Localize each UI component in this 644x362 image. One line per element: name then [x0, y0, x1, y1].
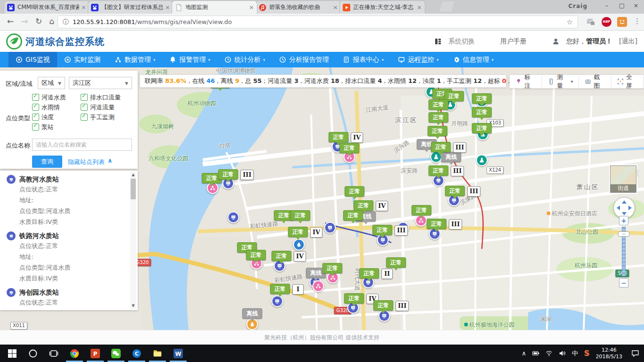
- normal-marker[interactable]: 正常: [288, 227, 308, 237]
- normal-marker[interactable]: 正常: [354, 200, 373, 211]
- normal-marker[interactable]: 正常: [372, 225, 392, 235]
- tab-close-icon[interactable]: ×: [417, 4, 422, 10]
- window-close-button[interactable]: ×: [629, 0, 643, 12]
- offline-marker[interactable]: 离线: [441, 152, 461, 162]
- taskbar-clock[interactable]: 12:46 2018/5/13: [596, 347, 622, 360]
- taskbar-chrome-icon[interactable]: [64, 345, 85, 362]
- pan-left-icon[interactable]: [617, 206, 620, 210]
- point-name-input[interactable]: [32, 139, 132, 151]
- offline-marker[interactable]: 离线: [242, 308, 262, 319]
- tab-close-icon[interactable]: ×: [81, 4, 86, 10]
- normal-marker[interactable]: 正常: [428, 126, 447, 136]
- nav-item-报警管理[interactable]: 报警管理▾: [162, 52, 217, 67]
- pan-up-icon[interactable]: [622, 200, 627, 204]
- station-list-item[interactable]: 海创园水质站点位状态:正常: [0, 284, 138, 308]
- normal-marker[interactable]: 正常: [329, 132, 348, 142]
- scroll-down-icon[interactable]: ▼: [130, 303, 136, 309]
- checkbox-排水口流量[interactable]: 排水口流量: [81, 92, 129, 102]
- browser-tab[interactable]: 碧落鱼池收藏的歌曲×: [256, 0, 341, 14]
- taskbar-cajviewer-icon[interactable]: C: [126, 345, 147, 362]
- taskbar-powerpoint-icon[interactable]: P: [85, 345, 106, 362]
- normal-marker[interactable]: 正常: [472, 107, 492, 117]
- street-view-control[interactable]: 街道: [610, 165, 636, 193]
- taskbar-taskview-icon[interactable]: [43, 345, 64, 362]
- checkbox-checked-icon[interactable]: [81, 104, 88, 111]
- zoom-in-button[interactable]: +: [619, 216, 628, 225]
- user-manual-link[interactable]: 用户手册: [500, 37, 527, 46]
- normal-marker[interactable]: 正常: [386, 257, 406, 268]
- map-toolbar-测量[interactable]: 测量▾: [542, 75, 578, 88]
- nav-item-远程监控[interactable]: 远程监控▾: [391, 52, 446, 67]
- browser-tab[interactable]: 【图文】研发过程体系总×: [88, 0, 173, 14]
- sogou-input-icon[interactable]: S: [584, 349, 590, 358]
- hide-station-list-link[interactable]: 隐藏站点列表: [68, 158, 105, 166]
- normal-marker[interactable]: 正常: [445, 186, 465, 196]
- checkbox-checked-icon[interactable]: [32, 104, 39, 111]
- tab-close-icon[interactable]: ×: [333, 4, 338, 10]
- taskbar-wechat-icon[interactable]: [106, 345, 126, 362]
- checkbox-河道流量[interactable]: 河道流量: [81, 102, 129, 112]
- map-toolbar-标注[interactable]: 标注: [510, 75, 542, 88]
- normal-marker[interactable]: 正常: [429, 165, 448, 176]
- checkbox-水雨情[interactable]: 水雨情: [32, 102, 81, 112]
- tab-close-icon[interactable]: ×: [165, 4, 170, 10]
- page-info-icon[interactable]: ⓘ: [63, 18, 69, 26]
- reload-button[interactable]: ↻: [33, 16, 44, 26]
- new-tab-button[interactable]: [439, 1, 454, 12]
- taskbar-cortana-icon[interactable]: [23, 345, 43, 362]
- browser-menu-icon[interactable]: ⋮: [634, 17, 641, 25]
- taskbar-explorer-icon[interactable]: [147, 345, 168, 362]
- normal-marker[interactable]: 正常: [427, 219, 446, 229]
- nav-item-报表中心[interactable]: 报表中心▾: [336, 52, 391, 67]
- pan-right-icon[interactable]: [628, 206, 632, 210]
- normal-marker[interactable]: 正常: [218, 169, 238, 180]
- checkbox-泵站[interactable]: 泵站: [32, 122, 81, 132]
- checkbox-手工监测[interactable]: 手工监测: [81, 112, 129, 122]
- checkbox-checked-icon[interactable]: [32, 123, 39, 131]
- nav-item-信息管理[interactable]: 信息管理▾: [446, 52, 501, 67]
- tab-close-icon[interactable]: ×: [249, 4, 254, 10]
- normal-marker[interactable]: 正常: [472, 93, 492, 104]
- normal-marker[interactable]: 正常: [431, 142, 451, 152]
- ime-indicator[interactable]: 中: [572, 349, 578, 358]
- taskbar-start-icon[interactable]: [2, 345, 23, 362]
- normal-marker[interactable]: 正常: [345, 186, 364, 197]
- checkbox-河道水质[interactable]: 河道水质: [32, 92, 81, 102]
- normal-marker[interactable]: 正常: [272, 251, 291, 261]
- window-minimize-button[interactable]: –: [600, 0, 614, 12]
- station-list-item[interactable]: 铁路河水质站点位状态:正常地址:点位类型:河道水质水质目标:IV类: [0, 227, 138, 284]
- nav-item-分析报告管理[interactable]: 分析报告管理: [272, 52, 336, 67]
- normal-marker[interactable]: 正常: [373, 300, 393, 311]
- mail-extension-icon[interactable]: [586, 17, 596, 27]
- nav-item-GIS监视[interactable]: GIS监视: [8, 52, 57, 67]
- normal-marker[interactable]: 正常: [429, 112, 448, 123]
- checkbox-checked-icon[interactable]: [32, 94, 39, 101]
- normal-marker[interactable]: 正常: [290, 210, 310, 221]
- checkbox-checked-icon[interactable]: [81, 94, 88, 101]
- normal-marker[interactable]: 正常: [246, 250, 266, 260]
- region-select[interactable]: 滨江区▼: [69, 77, 132, 89]
- region-type-select[interactable]: 区域▼: [38, 77, 65, 89]
- browser-profile-name[interactable]: Craig: [568, 3, 587, 9]
- system-switch-link[interactable]: 系统切换: [448, 37, 475, 46]
- checkbox-浊度[interactable]: 浊度: [32, 112, 81, 122]
- browser-tab[interactable]: 正在播放:天空之城-李志×: [339, 0, 425, 14]
- taskbar-word-icon[interactable]: W: [168, 345, 189, 362]
- action-center-icon[interactable]: [631, 349, 639, 357]
- normal-marker[interactable]: 正常: [339, 143, 359, 153]
- normal-marker[interactable]: 正常: [429, 99, 448, 110]
- nav-item-数据管理[interactable]: 数据管理▾: [107, 52, 163, 67]
- zoom-out-button[interactable]: −: [619, 278, 628, 288]
- checkbox-checked-icon[interactable]: [32, 114, 39, 121]
- map-toolbar-全屏[interactable]: 全屏: [611, 75, 644, 88]
- normal-marker[interactable]: 正常: [343, 210, 363, 221]
- station-list-scrollbar[interactable]: ▲ ▼: [130, 172, 136, 309]
- baidu-extension-icon[interactable]: [617, 17, 627, 27]
- bookmark-star-icon[interactable]: ☆: [567, 18, 573, 26]
- pan-down-icon[interactable]: [622, 212, 627, 215]
- back-button[interactable]: ←: [5, 16, 16, 26]
- browser-tab[interactable]: 地图监测×: [172, 0, 257, 14]
- logout-link[interactable]: [退出]: [619, 37, 637, 46]
- station-list-item[interactable]: 高教河水质站点位状态:正常地址:点位类型:河道水质水质目标:IV类: [0, 171, 138, 227]
- flask-station-icon[interactable]: [476, 155, 488, 166]
